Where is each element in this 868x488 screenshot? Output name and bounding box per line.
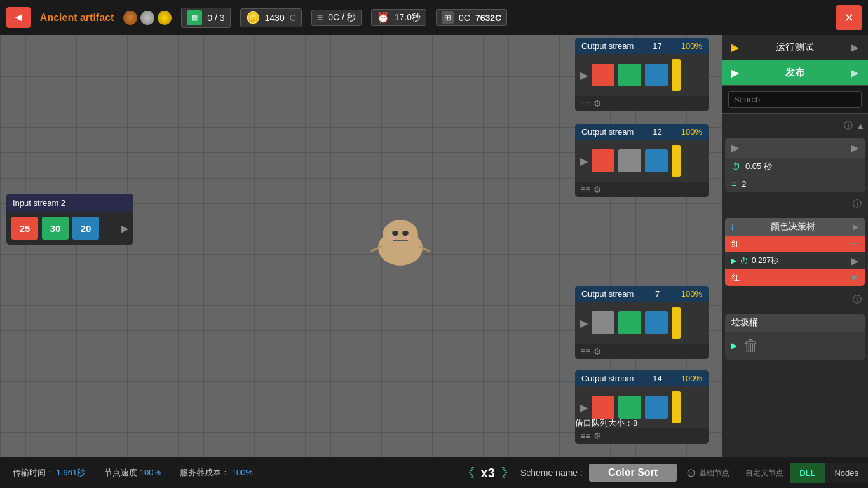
color-tree-arrow: ▶: [853, 222, 858, 231]
progress-fill-3: [672, 307, 681, 339]
transfer-time-label: 传输时间： 1.961秒: [13, 467, 85, 478]
settings-icon-2[interactable]: ⚙: [593, 184, 602, 194]
gold-medal: [158, 11, 172, 25]
publish-play-icon: ▶: [731, 67, 739, 79]
input-value-green: 30: [50, 223, 61, 234]
output-footer-2: ≡≡ ⚙: [575, 182, 709, 197]
progress-bar-1: [672, 59, 681, 91]
slot-icon: ▦: [187, 10, 202, 25]
settings-icon-3[interactable]: ⚙: [593, 346, 602, 356]
prev-scheme-button[interactable]: 《: [462, 464, 475, 482]
next-scheme-button[interactable]: 》: [501, 464, 514, 482]
nodes-button[interactable]: Nodes: [825, 463, 868, 483]
layers-icon-4[interactable]: ≡≡: [580, 431, 590, 441]
trash-body: ▶ 🗑: [725, 332, 865, 360]
output-stream-panel-2: Output stream 12 100% ▶ ≡≡ ⚙: [575, 124, 709, 197]
input-block-green: 30: [42, 217, 69, 240]
info-row-3: ⓘ: [725, 291, 865, 309]
output-stream-panel-3: Output stream 7 100% ▶ ≡≡ ⚙: [575, 286, 709, 359]
color-block-green-3: [618, 311, 641, 334]
grid-value: 0C: [459, 13, 470, 23]
progress-fill-1: [672, 59, 681, 91]
output-title-3: Output stream: [581, 289, 634, 299]
output-play-4[interactable]: ▶: [580, 402, 588, 414]
node-card-1-header: ▶ ▶: [725, 138, 865, 158]
layers-icon-2[interactable]: ≡≡: [580, 184, 590, 194]
output-header-2: Output stream 12 100%: [575, 124, 709, 140]
timer-stat: ⏰ 17.0秒: [371, 9, 426, 26]
layers-icon-1[interactable]: ≡≡: [580, 98, 590, 109]
bottom-stats: 传输时间： 1.961秒 节点速度 100% 服务器成本： 100%: [0, 467, 462, 478]
layers-icon-3[interactable]: ≡≡: [580, 346, 590, 356]
info-icon-2: ⓘ: [853, 198, 862, 210]
time-value: 0.05 秒: [745, 161, 772, 172]
queue-label: 借口队列大小：8: [575, 417, 637, 429]
coin-stat: 🪙 1430 C: [240, 8, 302, 27]
back-button[interactable]: ◄: [6, 7, 31, 28]
run-test-play-icon: ▶: [731, 41, 739, 53]
progress-fill-4: [672, 391, 681, 423]
color-row-1: 红 —: [725, 236, 865, 252]
output-body-2: ▶: [575, 140, 709, 182]
bottom-bar: 传输时间： 1.961秒 节点速度 100% 服务器成本： 100% 《 x3 …: [0, 458, 868, 488]
output-footer-1: ≡≡ ⚙: [575, 96, 709, 111]
run-test-button[interactable]: ▶ 运行测试 ▶: [722, 35, 868, 60]
svg-point-5: [405, 236, 411, 240]
output-footer-4: ≡≡ ⚙: [575, 428, 709, 444]
output-count-2: 12: [653, 127, 661, 137]
svg-point-4: [390, 236, 396, 240]
color-block-red-1: [592, 64, 614, 86]
output-play-3[interactable]: ▶: [580, 317, 588, 329]
dll-button[interactable]: DLL: [790, 463, 825, 483]
trash-play-icon[interactable]: ▶: [731, 341, 737, 350]
output-count-3: 7: [655, 289, 660, 299]
output-title-1: Output stream: [581, 41, 634, 51]
color-tree-card: i 颜色决策树 ▶ 红 — ▶ ⏱ 0.297秒 ▶ 红 ▶: [725, 218, 865, 286]
exit-icon: ✕: [844, 11, 854, 25]
input-stream-title: Input stream 2: [13, 198, 65, 208]
input-stream-panel: Input stream 2 25 30 20 ▶: [6, 194, 133, 245]
settings-icon-4[interactable]: ⚙: [593, 431, 602, 441]
progress-bar-2: [672, 145, 681, 177]
medal-icons: [123, 11, 172, 25]
color-arrow-1: —: [850, 238, 858, 248]
svg-point-1: [383, 220, 418, 250]
color-tree-title: 颜色决策树: [771, 221, 815, 233]
color-tree-info-icon: i: [731, 222, 733, 232]
node-speed-label: 节点速度 100%: [104, 467, 161, 478]
coin-unit: C: [290, 13, 296, 23]
output-play-1[interactable]: ▶: [580, 69, 588, 81]
trash-icon: 🗑: [743, 337, 759, 355]
output-header-4: Output stream 14 100%: [575, 370, 709, 386]
publish-button[interactable]: ▶ 发布 ▶: [722, 60, 868, 86]
color-dark-arrow: ▶: [851, 255, 858, 267]
mascot-character: [369, 210, 432, 285]
color-block-blue-1: [645, 64, 668, 86]
nodes-label: Nodes: [834, 468, 858, 478]
search-input[interactable]: [728, 91, 862, 108]
node-card-1-arrow: ▶: [731, 142, 739, 154]
exit-button[interactable]: ✕: [836, 5, 862, 30]
color-block-green-4: [618, 396, 641, 419]
server-cost-label: 服务器成本： 100%: [180, 467, 253, 478]
basic-nodes-label: ⊙ 基础节点: [677, 466, 739, 480]
input-play-button[interactable]: ▶: [121, 222, 128, 234]
output-pct-2: 100%: [681, 127, 702, 137]
scheme-name-box: Color Sort: [589, 464, 677, 482]
rate-stat: ≡ 0C / 秒: [311, 10, 362, 26]
svg-point-3: [402, 231, 409, 236]
coin-value: 1430: [265, 13, 285, 23]
color-block-gray-2: [618, 149, 641, 172]
settings-icon-1[interactable]: ⚙: [593, 98, 602, 109]
output-title-4: Output stream: [581, 374, 634, 383]
color-block-red-4: [592, 396, 614, 419]
output-stream-panel-1: Output stream 17 100% ▶ ≡≡ ⚙: [575, 38, 709, 111]
slot-stat: ▦ 0 / 3: [181, 8, 230, 28]
input-block-blue: 20: [72, 217, 99, 240]
speed-value: 0.297秒: [752, 255, 778, 266]
panel-content: ⓘ ▲ ▶ ▶ ⏱ 0.05 秒 ≡ 2 ⓘ i 颜色: [722, 114, 868, 458]
output-play-2[interactable]: ▶: [580, 155, 588, 167]
input-stream-header: Input stream 2: [6, 194, 133, 212]
bottom-center: 《 x3 》 Scheme name : Color Sort: [462, 464, 677, 482]
node-icon: ⊙: [686, 466, 696, 480]
